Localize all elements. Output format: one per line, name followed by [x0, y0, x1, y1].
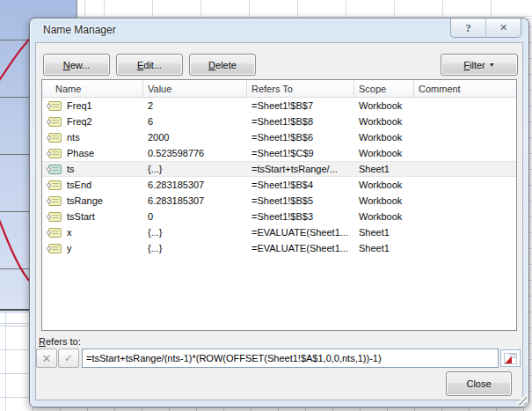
name-manager-dialog: Name Manager ? ✕ New... Edit... Delete F…: [29, 18, 529, 407]
cell-refers-to: =Sheet1!$B$7: [247, 100, 354, 111]
name-tag-icon: [48, 165, 62, 174]
cell-value: 6.283185307: [143, 180, 247, 190]
cell-scope: Workbook: [354, 180, 414, 190]
cell-scope: Workbook: [354, 116, 414, 127]
name-tag-icon: [48, 117, 62, 127]
cell-refers-to: =Sheet1!$B$3: [247, 211, 354, 222]
cell-refers-to: =Sheet1!$B$4: [247, 180, 354, 190]
cell-value: 0.523598776: [143, 148, 247, 158]
column-header-scope[interactable]: Scope: [354, 80, 414, 97]
collapse-dialog-icon: [504, 353, 517, 364]
column-header-value[interactable]: Value: [143, 80, 247, 97]
cell-name: Freq1: [67, 100, 92, 111]
delete-button[interactable]: Delete: [189, 54, 256, 76]
table-row[interactable]: Freq2 6 =Sheet1!$B$8 Workbook: [42, 114, 516, 129]
cell-name: tsRange: [67, 195, 103, 206]
cell-name: x: [67, 227, 72, 238]
cell-scope: Workbook: [354, 100, 414, 111]
close-window-button[interactable]: ✕: [485, 18, 521, 37]
worksheet-cells-top[interactable]: [77, 0, 532, 18]
excel-window: Name Manager ? ✕ New... Edit... Delete F…: [0, 0, 532, 411]
collapse-dialog-button[interactable]: [500, 349, 521, 367]
name-tag-icon: [48, 101, 62, 111]
cell-value: 0: [143, 211, 247, 222]
cancel-edit-button[interactable]: ✕: [36, 349, 57, 368]
cell-value: {...}: [143, 243, 247, 253]
column-header-comment[interactable]: Comment: [414, 80, 516, 97]
cell-scope: Sheet1: [354, 164, 414, 174]
cell-refers-to: =EVALUATE(Sheet1...: [247, 227, 354, 238]
table-row[interactable]: x {...} =EVALUATE(Sheet1... Sheet1: [42, 224, 516, 240]
grid-line: [77, 16, 532, 17]
cell-refers-to: =Sheet1!$B$5: [247, 195, 354, 206]
names-table: Name Value Refers To Scope Comment Freq1…: [41, 79, 517, 331]
dialog-title: Name Manager: [43, 24, 116, 36]
help-icon: ?: [465, 21, 471, 35]
cell-name: Phase: [67, 148, 94, 158]
edit-button[interactable]: Edit...: [116, 54, 183, 76]
cell-refers-to: =tsStart+tsRange/...: [247, 164, 354, 174]
table-row[interactable]: Phase 0.523598776 =Sheet1!$C$9 Workbook: [42, 145, 516, 161]
dialog-client-area: New... Edit... Delete Filter ▼ Name Valu…: [35, 42, 523, 400]
name-tag-icon: [48, 212, 62, 222]
cell-value: {...}: [143, 164, 247, 174]
filter-button[interactable]: Filter ▼: [441, 54, 518, 76]
new-button[interactable]: New...: [43, 54, 110, 76]
table-row[interactable]: nts 2000 =Sheet1!$B$6 Workbook: [42, 129, 516, 145]
cell-refers-to: =Sheet1!$B$6: [247, 132, 354, 143]
name-tag-icon: [48, 196, 62, 206]
cell-refers-to: =EVALUATE(Sheet1...: [247, 243, 354, 253]
cell-name: nts: [67, 132, 80, 143]
table-row[interactable]: Freq1 2 =Sheet1!$B$7 Workbook: [42, 98, 516, 114]
table-header: Name Value Refers To Scope Comment: [42, 80, 516, 98]
cell-scope: Sheet1: [354, 243, 414, 253]
cell-name: tsStart: [67, 211, 95, 222]
cell-value: 2000: [143, 132, 247, 143]
cell-name: Freq2: [67, 116, 92, 127]
cell-scope: Workbook: [354, 211, 414, 222]
cell-refers-to: =Sheet1!$C$9: [247, 148, 354, 158]
table-row[interactable]: tsStart 0 =Sheet1!$B$3 Workbook: [42, 209, 516, 224]
name-tag-icon: [48, 133, 62, 143]
cell-scope: Workbook: [354, 132, 414, 143]
column-header-refers-to[interactable]: Refers To: [247, 80, 354, 97]
table-row[interactable]: tsRange 6.283185307 =Sheet1!$B$5 Workboo…: [42, 193, 516, 209]
confirm-edit-button[interactable]: ✓: [58, 349, 79, 368]
close-icon: ✕: [499, 22, 507, 33]
check-icon: ✓: [64, 352, 73, 364]
refers-to-label: Refers to:: [39, 336, 81, 347]
name-tag-icon: [48, 180, 62, 190]
x-icon: ✕: [42, 352, 52, 365]
cell-value: 2: [143, 100, 247, 111]
cell-scope: Workbook: [354, 148, 414, 158]
table-row[interactable]: y {...} =EVALUATE(Sheet1... Sheet1: [42, 240, 516, 256]
cell-name: ts: [67, 164, 75, 174]
cell-name: tsEnd: [67, 180, 91, 190]
name-tag-icon: [48, 244, 62, 253]
name-tag-icon: [48, 149, 62, 158]
refers-to-input[interactable]: [82, 349, 499, 368]
cell-scope: Sheet1: [354, 227, 414, 238]
name-tag-icon: [48, 228, 62, 238]
table-row[interactable]: tsEnd 6.283185307 =Sheet1!$B$4 Workbook: [42, 177, 516, 193]
column-header-name[interactable]: Name: [42, 80, 143, 97]
cell-value: 6: [143, 116, 247, 127]
close-button[interactable]: Close: [446, 371, 512, 396]
table-row-selected[interactable]: ts {...} =tsStart+tsRange/... Sheet1: [42, 161, 516, 177]
help-button[interactable]: ?: [451, 18, 485, 37]
cell-name: y: [67, 243, 72, 253]
cell-refers-to: =Sheet1!$B$8: [247, 116, 354, 127]
cell-value: {...}: [143, 227, 247, 238]
cell-scope: Workbook: [354, 195, 414, 206]
chevron-down-icon: ▼: [489, 62, 495, 68]
cell-value: 6.283185307: [143, 195, 247, 206]
dialog-caption-buttons: ? ✕: [450, 18, 521, 38]
